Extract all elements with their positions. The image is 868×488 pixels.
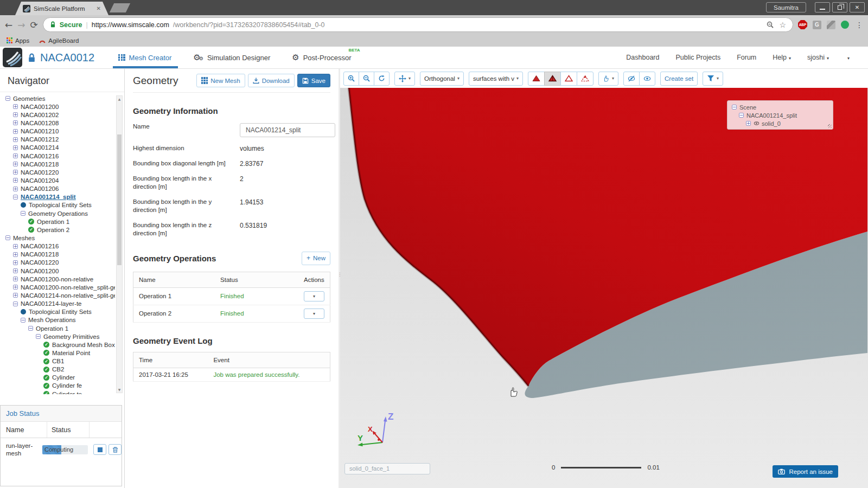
tree-item[interactable]: −NACA001214-layer-te: [0, 300, 115, 308]
tree-item[interactable]: ✓Background Mesh Box: [0, 341, 115, 349]
nav-link-sjoshi[interactable]: sjoshi▾: [807, 54, 829, 61]
operation-actions-dropdown[interactable]: ▾: [304, 309, 324, 319]
save-button[interactable]: Save: [297, 74, 330, 87]
restore-button[interactable]: [832, 2, 847, 12]
tab-close-icon[interactable]: ✕: [97, 5, 101, 11]
move-tool-button[interactable]: ▾: [394, 72, 415, 86]
plus-icon[interactable]: +: [13, 252, 18, 257]
tree-item[interactable]: +NACA001204: [0, 176, 115, 184]
tree-item[interactable]: +NACA001220: [0, 259, 115, 267]
tree-item[interactable]: ✓Material Point: [0, 349, 115, 357]
nav-link-forum[interactable]: Forum: [737, 54, 756, 61]
plus-icon[interactable]: +: [13, 162, 18, 166]
hide-selection-button[interactable]: [623, 72, 640, 86]
minus-icon[interactable]: −: [739, 113, 744, 118]
minus-icon[interactable]: −: [13, 195, 18, 200]
back-button[interactable]: ←: [5, 20, 12, 30]
tree-item[interactable]: −Geometry Operations: [0, 209, 115, 217]
plus-icon[interactable]: +: [13, 268, 18, 273]
scrollbar-up-icon[interactable]: ▲: [117, 97, 122, 101]
plus-icon[interactable]: +: [13, 120, 18, 125]
tree-item[interactable]: +NACA001200-non-relative: [0, 275, 115, 283]
job-stop-button[interactable]: [93, 444, 106, 455]
show-all-button[interactable]: [639, 72, 655, 86]
browser-tab[interactable]: SimScale Platform ✕: [15, 2, 108, 15]
zoom-out-button[interactable]: [359, 72, 374, 86]
page-zoom-icon[interactable]: [767, 21, 774, 28]
browser-menu-icon[interactable]: ⋮: [856, 21, 863, 29]
tree-item[interactable]: +NACA001210: [0, 127, 115, 136]
tree-item[interactable]: −NACA001214_split: [0, 193, 115, 201]
tree-item[interactable]: +NACA001214-non-relative_split-geom: [0, 291, 115, 299]
tree-item[interactable]: +NACA001216: [0, 152, 115, 160]
minus-icon[interactable]: −: [28, 326, 33, 331]
minus-icon[interactable]: −: [5, 235, 10, 240]
tree-item[interactable]: +NACA001216: [0, 242, 115, 251]
tree-item[interactable]: +NACA001208: [0, 119, 115, 127]
minus-icon[interactable]: −: [21, 318, 25, 323]
tree-item[interactable]: −Geometries: [0, 94, 115, 102]
minus-icon[interactable]: −: [21, 211, 25, 216]
google-extension-icon[interactable]: G: [813, 21, 821, 29]
face-name-box[interactable]: solid_0_face_1: [344, 463, 430, 474]
render-hidden-edges-button[interactable]: [577, 72, 593, 86]
tree-item[interactable]: ✓Cylinder: [0, 374, 115, 382]
bookmark-star-icon[interactable]: ☆: [779, 21, 786, 29]
plus-icon[interactable]: +: [13, 277, 18, 281]
tree-item[interactable]: Topological Entity Sets: [0, 201, 115, 209]
tree-item[interactable]: +NACA001202: [0, 111, 115, 119]
minus-icon[interactable]: −: [36, 334, 41, 339]
tab-mesh-creator[interactable]: Mesh Creator: [117, 47, 173, 68]
render-surfaces-button[interactable]: [528, 72, 545, 86]
plus-icon[interactable]: +: [13, 137, 18, 142]
tree-item[interactable]: −Mesh Operations: [0, 316, 115, 324]
forward-button[interactable]: →: [17, 20, 25, 30]
tree-item[interactable]: Topological Entity Sets: [0, 308, 115, 316]
tree-item[interactable]: +NACA001206: [0, 185, 115, 193]
nav-link-help[interactable]: Help▾: [773, 54, 791, 61]
tree-item[interactable]: +NACA001220: [0, 168, 115, 176]
filter-button[interactable]: ▾: [703, 72, 723, 86]
plus-icon[interactable]: +: [746, 121, 751, 126]
tree-item[interactable]: +NACA001200: [0, 267, 115, 275]
tree-item[interactable]: ✓Cylinder te: [0, 390, 115, 394]
nav-link-public-projects[interactable]: Public Projects: [675, 54, 720, 61]
reset-view-button[interactable]: [374, 72, 390, 86]
tree-item[interactable]: +NACA001200: [0, 102, 115, 111]
close-button[interactable]: ✕: [850, 2, 865, 12]
bookmark-agileboard[interactable]: AgileBoard: [39, 37, 79, 44]
projection-select[interactable]: Orthogonal▾: [420, 72, 464, 86]
plus-icon[interactable]: +: [13, 244, 18, 249]
browser-profile-button[interactable]: Saumitra: [766, 2, 806, 12]
new-tab-button[interactable]: [110, 3, 130, 12]
tree-item[interactable]: +NACA001218: [0, 160, 115, 168]
nav-link-dashboard[interactable]: Dashboard: [626, 54, 659, 61]
tree-item[interactable]: +NACA001218: [0, 251, 115, 259]
plus-icon[interactable]: +: [13, 104, 18, 109]
scene-tree-item[interactable]: +solid_0: [727, 119, 833, 127]
tree-item[interactable]: ✓CB1: [0, 357, 115, 365]
scene-tree-item[interactable]: −Scene: [727, 103, 833, 111]
render-mode-select[interactable]: surfaces with v▾: [469, 72, 523, 86]
screenshot-extension-icon[interactable]: [827, 21, 835, 29]
tree-item[interactable]: ✓Operation 2: [0, 226, 115, 234]
plus-icon[interactable]: +: [13, 178, 18, 183]
new-mesh-button[interactable]: New Mesh: [196, 74, 245, 87]
viewport-canvas[interactable]: −Scene−NACA001214_split+solid_0 solid_0_…: [340, 88, 868, 488]
adblock-extension-icon[interactable]: ABP: [798, 20, 807, 29]
scrollbar-down-icon[interactable]: ▼: [117, 388, 122, 391]
operation-actions-dropdown[interactable]: ▾: [304, 291, 324, 301]
navigator-scrollbar[interactable]: ▲ ▼: [116, 95, 123, 393]
plus-icon[interactable]: +: [13, 112, 18, 117]
minimize-button[interactable]: [815, 2, 830, 12]
tree-item[interactable]: −Operation 1: [0, 324, 115, 332]
plus-icon[interactable]: +: [13, 285, 18, 290]
tree-item[interactable]: ✓CB2: [0, 365, 115, 374]
render-wireframe-button[interactable]: [560, 72, 577, 86]
tree-item[interactable]: −Geometry Primitives: [0, 332, 115, 341]
report-issue-button[interactable]: Report an issue: [773, 465, 838, 478]
plus-icon[interactable]: +: [13, 293, 18, 298]
plus-icon[interactable]: +: [13, 145, 18, 150]
minus-icon[interactable]: −: [13, 301, 18, 306]
tab-post-processor[interactable]: ⚙ Post-Processor BETA: [291, 47, 352, 68]
